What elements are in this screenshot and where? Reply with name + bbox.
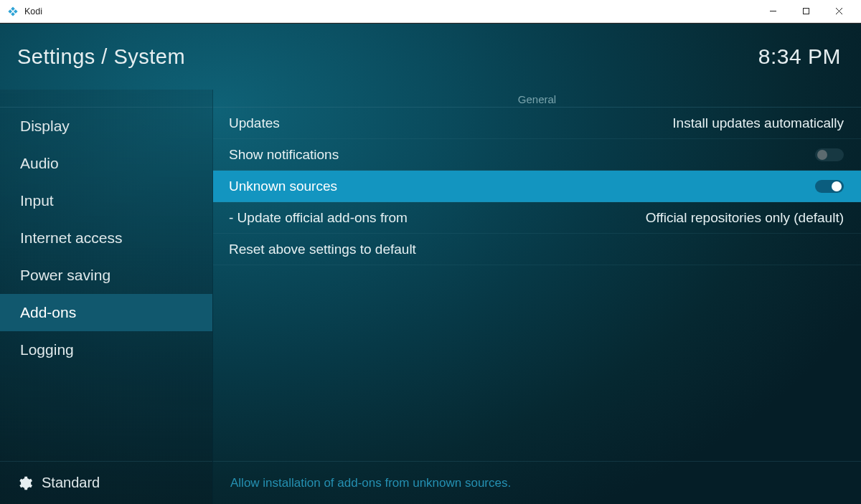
sidebar-item-label: Add-ons <box>20 304 76 321</box>
svg-rect-0 <box>11 6 15 11</box>
sidebar-item-input[interactable]: Input <box>0 182 212 219</box>
window-maximize-button[interactable] <box>789 0 822 23</box>
breadcrumb[interactable]: Settings / System <box>17 45 185 69</box>
settings-level-button[interactable]: Standard <box>0 461 212 504</box>
settings-level-label: Standard <box>42 475 100 491</box>
sidebar-item-display[interactable]: Display <box>0 108 212 145</box>
svg-rect-2 <box>8 9 12 14</box>
setting-description: Allow installation of add-ons from unkno… <box>213 461 861 504</box>
svg-rect-1 <box>14 9 18 14</box>
sidebar-item-logging[interactable]: Logging <box>0 331 212 369</box>
sidebar-item-internet-access[interactable]: Internet access <box>0 219 212 257</box>
setting-label: - Update official add-ons from <box>229 210 408 226</box>
setting-row-updates[interactable]: UpdatesInstall updates automatically <box>213 108 861 139</box>
clock: 8:34 PM <box>758 44 841 69</box>
toggle-switch[interactable] <box>815 180 844 193</box>
setting-row-show-notifications[interactable]: Show notifications <box>213 139 861 171</box>
settings-sidebar: DisplayAudioInputInternet accessPower sa… <box>0 90 213 504</box>
window-close-button[interactable] <box>822 0 855 23</box>
setting-label: Updates <box>229 115 280 131</box>
kodi-app-icon <box>7 6 19 17</box>
setting-label: Show notifications <box>229 147 339 163</box>
svg-rect-5 <box>803 9 809 14</box>
sidebar-item-add-ons[interactable]: Add-ons <box>0 294 212 331</box>
sidebar-item-label: Input <box>20 192 54 209</box>
toggle-switch[interactable] <box>815 148 844 161</box>
sidebar-item-label: Display <box>20 118 70 135</box>
setting-value: Install updates automatically <box>672 115 844 131</box>
sidebar-item-audio[interactable]: Audio <box>0 145 212 182</box>
setting-label: Reset above settings to default <box>229 242 416 257</box>
setting-row-reset-above-settings-to-default[interactable]: Reset above settings to default <box>213 234 861 265</box>
app-header: Settings / System 8:34 PM <box>0 24 861 90</box>
setting-label: Unknown sources <box>229 179 337 194</box>
window-titlebar: Kodi <box>0 0 861 23</box>
setting-row-unknown-sources[interactable]: Unknown sources <box>213 171 861 202</box>
settings-content: General UpdatesInstall updates automatic… <box>213 90 861 504</box>
sidebar-top-divider <box>0 90 212 108</box>
setting-value: Official repositories only (default) <box>646 210 844 226</box>
section-header: General <box>213 90 861 108</box>
toggle-knob <box>817 150 827 160</box>
setting-row-update-official-add-ons-from[interactable]: - Update official add-ons fromOfficial r… <box>213 202 861 234</box>
gear-icon <box>17 475 33 491</box>
toggle-knob <box>832 181 842 191</box>
window-minimize-button[interactable] <box>756 0 789 23</box>
svg-rect-3 <box>11 11 15 16</box>
kodi-app: Settings / System 8:34 PM DisplayAudioIn… <box>0 23 861 504</box>
window-title: Kodi <box>24 6 42 16</box>
sidebar-item-label: Power saving <box>20 267 110 284</box>
sidebar-item-label: Logging <box>20 341 74 358</box>
sidebar-item-label: Audio <box>20 155 59 172</box>
sidebar-item-power-saving[interactable]: Power saving <box>0 257 212 294</box>
sidebar-item-label: Internet access <box>20 229 122 247</box>
